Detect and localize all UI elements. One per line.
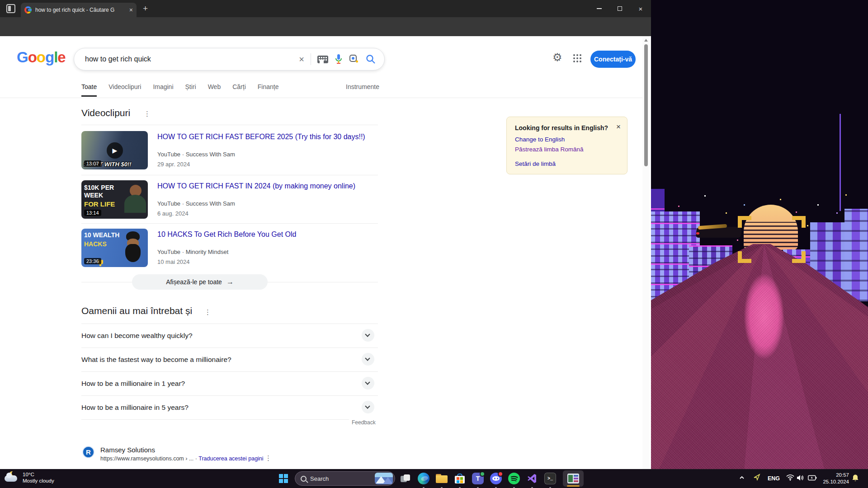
paa-kebab-icon[interactable]: ⋮ <box>204 308 211 316</box>
minimize-button[interactable] <box>589 0 609 17</box>
keyboard-icon[interactable] <box>317 56 328 63</box>
video-result[interactable]: $10K PER WEEK FOR LIFE 13:14 HOW TO GET … <box>81 180 378 223</box>
sign-in-button[interactable]: Conectați-vă <box>590 51 636 68</box>
tab-videoclipuri[interactable]: Videoclipuri <box>108 83 141 97</box>
video-title[interactable]: HOW TO GET RICH FAST BEFORE 2025 (Try th… <box>157 133 365 141</box>
feedback-link[interactable]: Feedback <box>352 419 376 426</box>
microsoft-store-icon[interactable] <box>451 470 468 487</box>
volume-icon[interactable] <box>797 474 805 483</box>
maximize-button[interactable] <box>609 0 630 17</box>
divider <box>81 419 349 420</box>
task-view-button[interactable] <box>397 470 414 487</box>
tools-button[interactable]: Instrumente <box>346 83 379 90</box>
video-source: YouTube · Minority Mindset <box>157 249 228 255</box>
keep-romanian-link[interactable]: Păstrează limba Română <box>515 146 584 153</box>
organic-result[interactable]: R Ramsey Solutions https://www.ramseysol… <box>81 445 380 466</box>
chevron-down-icon[interactable] <box>362 401 374 413</box>
settings-gear-icon[interactable]: ⚙ <box>552 51 562 64</box>
tab-carti[interactable]: Cărți <box>232 83 246 97</box>
chevron-down-icon[interactable] <box>362 329 374 342</box>
active-app-button[interactable] <box>563 470 584 487</box>
tab-web[interactable]: Web <box>208 83 221 97</box>
terminal-icon[interactable]: >_ <box>542 470 559 487</box>
videos-section-title: Videoclipuri <box>81 108 130 118</box>
google-apps-icon[interactable] <box>573 54 582 63</box>
language-indicator[interactable]: ENG <box>768 475 780 482</box>
tab-imagini[interactable]: Imagini <box>153 83 173 97</box>
google-logo[interactable]: Google <box>17 49 66 66</box>
clear-query-icon[interactable]: × <box>299 54 304 65</box>
search-submit-icon[interactable] <box>365 54 376 65</box>
scroll-up-arrow[interactable] <box>644 39 648 42</box>
paa-question[interactable]: How to be a millionaire in 5 years? <box>81 395 378 419</box>
tray-time: 20:57 <box>814 472 849 479</box>
lens-icon[interactable] <box>349 54 359 64</box>
paa-question-text: How can I become wealthy quickly? <box>81 332 193 340</box>
antenna <box>840 114 841 211</box>
edge-taskbar-icon[interactable] <box>415 470 432 487</box>
show-all-button[interactable]: Afișează-le pe toate → <box>132 274 268 290</box>
close-button[interactable]: × <box>630 0 651 17</box>
tab-workspaces-icon[interactable] <box>6 4 15 13</box>
chevron-down-icon[interactable] <box>362 353 374 366</box>
taskbar-search[interactable]: Search <box>295 471 395 486</box>
video-result[interactable]: 10 WEALTH HACKS 23:36 10 HACKS To Get Ri… <box>81 229 378 272</box>
voice-search-icon[interactable] <box>335 54 343 65</box>
video-source: YouTube · Success With Sam <box>157 200 235 207</box>
scrollbar-thumb[interactable] <box>644 44 648 166</box>
divider <box>0 98 642 98</box>
result-kebab-icon[interactable]: ⋮ <box>265 454 272 462</box>
stars <box>651 0 652 1</box>
tray-chevron-up-icon[interactable] <box>739 474 745 483</box>
video-result[interactable]: START WITH $0!! ▶ 13:07 HOW TO GET RICH … <box>81 131 378 174</box>
language-settings-link[interactable]: Setări de limbă <box>515 160 556 167</box>
show-all-label: Afișează-le pe toate <box>166 278 222 286</box>
thumb-caption: FOR LIFE <box>84 200 115 208</box>
change-to-english-link[interactable]: Change to English <box>515 136 565 143</box>
notification-badge <box>498 471 503 477</box>
tab-close-icon[interactable]: × <box>129 7 133 13</box>
spotify-icon[interactable] <box>505 470 523 487</box>
video-thumbnail[interactable]: START WITH $0!! ▶ 13:07 <box>81 131 148 169</box>
start-button[interactable] <box>275 470 292 487</box>
scrollbar[interactable] <box>642 36 650 469</box>
video-thumbnail[interactable]: $10K PER WEEK FOR LIFE 13:14 <box>81 180 148 219</box>
search-highlight-image <box>375 473 393 484</box>
video-title[interactable]: HOW TO GET RICH FAST IN 2024 (by making … <box>157 182 355 190</box>
search-query[interactable]: how to get rich quick <box>85 55 299 63</box>
notification-bell-icon[interactable] <box>852 474 859 483</box>
thumb-caption: 10 WEALTH <box>84 231 119 239</box>
promo-close-icon[interactable]: × <box>616 122 621 131</box>
site-name[interactable]: Ramsey Solutions <box>100 446 155 454</box>
file-explorer-icon[interactable] <box>433 470 450 487</box>
divider <box>81 175 378 175</box>
clock[interactable]: 20:57 25.10.2024 <box>814 472 849 485</box>
discord-icon[interactable] <box>487 470 505 487</box>
teams-icon[interactable]: T <box>469 470 486 487</box>
weather-widget[interactable]: 10°C Mostly cloudy <box>4 471 54 484</box>
status-badge <box>480 471 485 477</box>
location-arrow-icon[interactable] <box>753 474 760 483</box>
paa-question[interactable]: How can I become wealthy quickly? <box>81 324 378 347</box>
active-app-thumbnail <box>567 474 579 483</box>
paa-question[interactable]: What is the fastest way to become a mill… <box>81 347 378 371</box>
videos-kebab-icon[interactable]: ⋮ <box>144 110 151 118</box>
chevron-down-icon[interactable] <box>362 377 374 389</box>
video-thumbnail[interactable]: 10 WEALTH HACKS 23:36 <box>81 229 148 267</box>
visual-studio-icon[interactable] <box>524 470 541 487</box>
paa-question[interactable]: How to be a millionaire in 1 year? <box>81 371 378 395</box>
video-title[interactable]: 10 HACKS To Get Rich Before You Get Old <box>157 230 296 239</box>
video-duration: 13:14 <box>84 210 101 216</box>
active-app-indicator <box>567 485 580 487</box>
browser-tab[interactable]: how to get rich quick - Căutare G × <box>21 3 137 17</box>
workspaces-glyph <box>8 6 11 11</box>
translate-link[interactable]: Traducerea acestei pagini <box>198 455 263 462</box>
new-tab-button[interactable]: + <box>143 4 148 14</box>
tab-finante[interactable]: Finanțe <box>258 83 279 97</box>
search-box[interactable]: how to get rich quick × <box>74 48 385 70</box>
viewfinder-bracket <box>792 251 806 263</box>
browser-window: how to get rich quick - Căutare G × + × <box>0 0 651 469</box>
tab-toate[interactable]: Toate <box>81 83 97 97</box>
tab-stiri[interactable]: Știri <box>185 83 196 97</box>
wifi-icon[interactable] <box>786 474 794 483</box>
